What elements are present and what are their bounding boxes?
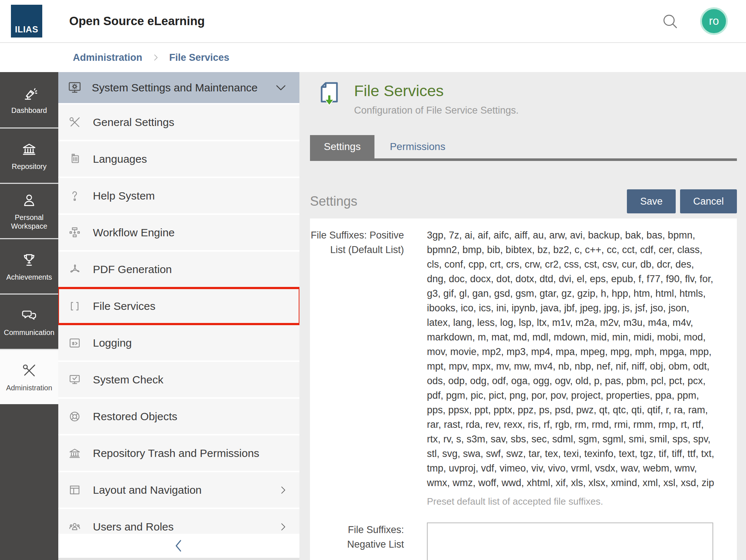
rail-item-label: Personal Workspace xyxy=(4,213,55,230)
rail-item-label: Dashboard xyxy=(11,106,47,115)
menu-item-label: General Settings xyxy=(93,116,288,129)
section-title: Settings xyxy=(310,194,357,209)
menu-item-logging[interactable]: Logging xyxy=(58,325,299,360)
tools-icon xyxy=(67,115,82,129)
rail-item-label: Achievements xyxy=(6,273,52,281)
language-icon xyxy=(67,152,82,166)
workflow-icon xyxy=(67,226,82,240)
rail-item-personal-workspace[interactable]: Personal Workspace xyxy=(0,183,58,238)
chevron-right-icon xyxy=(152,54,160,62)
tab-underline xyxy=(310,158,737,161)
rail-item-label: Communication xyxy=(4,328,55,337)
menu-header-label: System Settings and Maintenance xyxy=(92,82,275,94)
ilias-logo-text: ILIAS xyxy=(15,24,38,35)
menu-item-label: Logging xyxy=(93,337,288,349)
positive-list-label: File Suffixes: Positive List (Default Li… xyxy=(310,228,404,507)
rail-item-dashboard[interactable]: Dashboard xyxy=(0,72,58,127)
menu-item-label: Restored Objects xyxy=(93,410,288,423)
tab-bar: Settings Permissions xyxy=(310,135,737,158)
lifebuoy-icon xyxy=(67,410,82,423)
form-row-positive-list: File Suffixes: Positive List (Default Li… xyxy=(310,228,737,507)
menu-item-help-system[interactable]: Help System xyxy=(58,178,299,213)
menu-item-system-check[interactable]: System Check xyxy=(58,362,299,397)
users-icon xyxy=(67,520,82,534)
menu-item-general-settings[interactable]: General Settings xyxy=(58,104,299,140)
chevron-down-icon xyxy=(275,82,287,94)
rail-item-administration[interactable]: Administration xyxy=(0,349,58,404)
rail-item-communication[interactable]: Communication xyxy=(0,293,58,349)
menu-item-restored-objects[interactable]: Restored Objects xyxy=(58,399,299,434)
chevron-right-icon xyxy=(278,485,288,496)
menu-item-label: Languages xyxy=(93,153,288,165)
tab-settings[interactable]: Settings xyxy=(310,135,374,158)
menu-item-label: File Services xyxy=(93,300,288,312)
pdf-icon xyxy=(67,263,82,276)
bank-icon xyxy=(21,141,38,158)
menu-item-label: PDF Generation xyxy=(93,263,288,276)
log-icon xyxy=(67,336,82,350)
object-header: File Services Configuration of File Serv… xyxy=(320,82,737,116)
avatar-initials: ro xyxy=(709,15,719,28)
monitor-gear-icon xyxy=(67,80,82,95)
menu-item-workflow-engine[interactable]: Workflow Engine xyxy=(58,215,299,250)
menu-item-pdf-generation[interactable]: PDF Generation xyxy=(58,252,299,287)
bank-icon xyxy=(67,446,82,460)
cancel-button[interactable]: Cancel xyxy=(680,189,737,213)
menu-item-languages[interactable]: Languages xyxy=(58,141,299,177)
chat-icon xyxy=(21,307,38,324)
menu-item-label: Layout and Navigation xyxy=(93,484,278,496)
layout-icon xyxy=(67,483,82,497)
main-content: File Services Configuration of File Serv… xyxy=(299,72,746,560)
breadcrumb-administration[interactable]: Administration xyxy=(73,52,142,63)
collapse-menu-button[interactable] xyxy=(58,534,299,558)
negative-list-label: File Suffixes: Negative List xyxy=(310,522,404,560)
menu-item-label: Users and Roles xyxy=(93,521,278,533)
rail-item-label: Administration xyxy=(6,383,52,392)
chevron-right-icon xyxy=(278,521,288,532)
breadcrumb-file-services[interactable]: File Services xyxy=(169,52,229,63)
user-avatar[interactable]: ro xyxy=(700,7,728,35)
tools-icon xyxy=(21,362,38,379)
menu-item-file-services[interactable]: File Services xyxy=(58,288,299,324)
chevron-left-icon xyxy=(173,537,184,555)
negative-list-textarea[interactable] xyxy=(427,522,713,560)
rail-item-repository[interactable]: Repository xyxy=(0,127,58,183)
menu-item-label: Workflow Engine xyxy=(93,226,288,239)
rail-item-achievements[interactable]: Achievements xyxy=(0,238,58,293)
monitor-check-icon xyxy=(67,373,82,387)
person-icon xyxy=(21,192,38,209)
positive-list-value: 3gp, 7z, ai, aif, aifc, aiff, au, arw, a… xyxy=(427,228,715,490)
rail-item-label: Repository xyxy=(12,162,47,171)
menu-item-layout-navigation[interactable]: Layout and Navigation xyxy=(58,472,299,508)
question-icon xyxy=(67,189,82,203)
breadcrumb: Administration File Services xyxy=(0,43,746,72)
lamp-icon xyxy=(21,85,38,102)
admin-menu: System Settings and Maintenance General … xyxy=(58,72,299,560)
brackets-icon xyxy=(67,299,82,313)
page-title: File Services xyxy=(354,82,519,100)
brand-title: Open Source eLearning xyxy=(69,14,205,28)
menu-item-label: System Check xyxy=(93,374,288,386)
search-icon[interactable] xyxy=(660,11,680,31)
menu-item-label: Help System xyxy=(93,190,288,202)
ilias-logo[interactable]: ILIAS xyxy=(11,5,42,38)
top-bar: ILIAS Open Source eLearning ro xyxy=(0,0,746,43)
file-download-icon xyxy=(320,82,339,107)
trophy-icon xyxy=(21,252,38,268)
page-subtitle: Configuration of File Service Settings. xyxy=(354,105,519,116)
tab-permissions[interactable]: Permissions xyxy=(390,141,445,153)
form-row-negative-list: File Suffixes: Negative List xyxy=(310,522,737,560)
save-button[interactable]: Save xyxy=(627,189,676,213)
menu-item-repository-trash[interactable]: Repository Trash and Permissions xyxy=(58,435,299,471)
settings-form: File Suffixes: Positive List (Default Li… xyxy=(310,218,737,560)
menu-item-label: Repository Trash and Permissions xyxy=(93,447,288,460)
positive-list-helper: Preset default list of accepted file suf… xyxy=(427,496,715,507)
main-rail: DashboardRepositoryPersonal WorkspaceAch… xyxy=(0,72,58,560)
menu-header-system-settings[interactable]: System Settings and Maintenance xyxy=(58,72,299,103)
